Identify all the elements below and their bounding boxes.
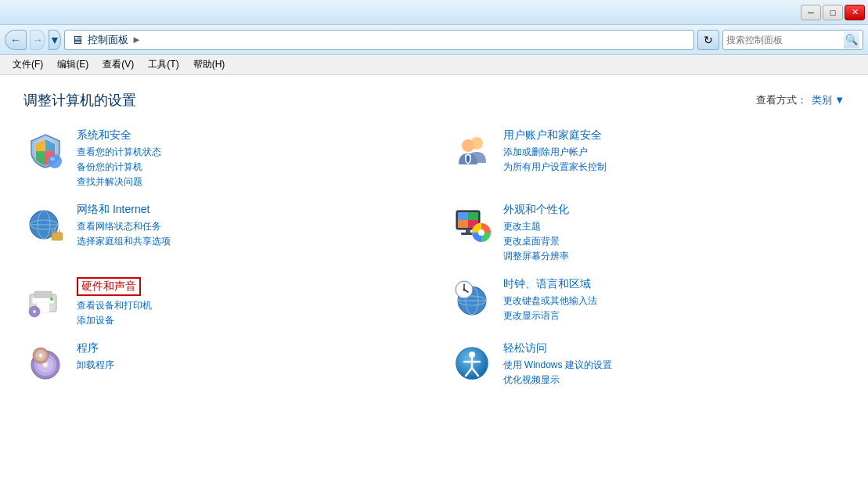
- appearance-link-2[interactable]: 更改桌面背景: [503, 235, 845, 248]
- close-button[interactable]: ✕: [845, 5, 865, 20]
- hardware-link-1[interactable]: 查看设备和打印机: [77, 299, 419, 312]
- page-title: 调整计算机的设置: [23, 91, 136, 110]
- svg-rect-16: [468, 212, 478, 220]
- system-link-3[interactable]: 查找并解决问题: [77, 175, 419, 189]
- svg-point-45: [44, 363, 47, 366]
- network-internet-icon: [23, 203, 67, 247]
- path-arrow: ►: [131, 34, 142, 45]
- network-internet-text: 网络和 Internet 查看网络状态和任务 选择家庭组和共享选项: [77, 203, 419, 250]
- accessibility-title[interactable]: 轻松访问: [503, 341, 845, 355]
- accessibility-link-1[interactable]: 使用 Windows 建议的设置: [503, 359, 845, 372]
- svg-point-49: [40, 355, 42, 357]
- clock-link-2[interactable]: 更改显示语言: [503, 309, 845, 323]
- svg-rect-8: [52, 233, 63, 240]
- network-link-2[interactable]: 选择家庭组和共享选项: [77, 235, 419, 248]
- window-controls: ─ □ ✕: [801, 5, 865, 20]
- hardware-sound-title[interactable]: 硬件和声音: [77, 277, 141, 296]
- svg-rect-25: [34, 291, 52, 298]
- hardware-sound-icon: [23, 277, 67, 321]
- accessibility-icon: [450, 341, 494, 385]
- view-mode-dropdown[interactable]: 类别 ▼: [812, 93, 845, 107]
- menu-file[interactable]: 文件(F): [6, 56, 49, 73]
- menu-edit[interactable]: 编辑(E): [51, 56, 95, 73]
- accessibility-text: 轻松访问 使用 Windows 建议的设置 优化视频显示: [503, 341, 845, 388]
- category-user-accounts[interactable]: 用户账户和家庭安全 添加或删除用户帐户 为所有用户设置家长控制: [450, 128, 845, 190]
- svg-point-31: [34, 311, 35, 312]
- maximize-button[interactable]: □: [823, 5, 843, 20]
- clock-language-text: 时钟、语言和区域 更改键盘或其他输入法 更改显示语言: [503, 277, 845, 324]
- address-bar: ← → ▼ 🖥 控制面板 ► ↻ 🔍: [0, 25, 868, 55]
- user-accounts-title[interactable]: 用户账户和家庭安全: [503, 128, 845, 142]
- svg-point-3: [462, 139, 474, 152]
- category-appearance[interactable]: 外观和个性化 更改主题 更改桌面背景 调整屏幕分辨率: [450, 203, 845, 265]
- accessibility-link-2[interactable]: 优化视频显示: [503, 373, 845, 387]
- system-link-1[interactable]: 查看您的计算机状态: [77, 146, 419, 159]
- category-system-security[interactable]: 系统和安全 查看您的计算机状态 备份您的计算机 查找并解决问题: [23, 128, 419, 190]
- forward-button[interactable]: →: [30, 30, 45, 50]
- path-monitor-icon: 🖥: [71, 33, 83, 46]
- user-link-1[interactable]: 添加或删除用户帐户: [503, 146, 845, 159]
- user-accounts-text: 用户账户和家庭安全 添加或删除用户帐户 为所有用户设置家长控制: [503, 128, 845, 175]
- user-link-2[interactable]: 为所有用户设置家长控制: [503, 161, 845, 174]
- category-clock-language[interactable]: 时钟、语言和区域 更改键盘或其他输入法 更改显示语言: [450, 277, 845, 329]
- appearance-link-1[interactable]: 更改主题: [503, 220, 845, 233]
- svg-point-0: [48, 154, 62, 168]
- category-programs[interactable]: 程序 卸载程序: [23, 341, 419, 388]
- hardware-link-2[interactable]: 添加设备: [77, 314, 419, 327]
- svg-rect-15: [458, 212, 468, 220]
- main-content: 调整计算机的设置 查看方式： 类别 ▼: [0, 75, 868, 487]
- programs-link-1[interactable]: 卸载程序: [77, 359, 419, 372]
- nav-dropdown-button[interactable]: ▼: [49, 30, 61, 50]
- menu-tools[interactable]: 工具(T): [142, 56, 185, 73]
- category-accessibility[interactable]: 轻松访问 使用 Windows 建议的设置 优化视频显示: [450, 341, 845, 388]
- search-input[interactable]: [726, 34, 844, 45]
- clock-link-1[interactable]: 更改键盘或其他输入法: [503, 294, 845, 308]
- appearance-icon: [450, 203, 494, 247]
- category-network-internet[interactable]: 网络和 Internet 查看网络状态和任务 选择家庭组和共享选项: [23, 203, 419, 265]
- address-path[interactable]: 🖥 控制面板 ►: [64, 30, 694, 50]
- programs-title[interactable]: 程序: [77, 341, 419, 355]
- clock-language-title[interactable]: 时钟、语言和区域: [503, 277, 845, 291]
- menu-help[interactable]: 帮助(H): [187, 56, 232, 73]
- system-link-2[interactable]: 备份您的计算机: [77, 161, 419, 174]
- path-text: 控制面板: [88, 33, 128, 47]
- menu-view[interactable]: 查看(V): [96, 56, 140, 73]
- network-link-1[interactable]: 查看网络状态和任务: [77, 220, 419, 233]
- user-accounts-icon: [450, 128, 494, 172]
- title-bar: ─ □ ✕: [0, 0, 868, 25]
- system-security-text: 系统和安全 查看您的计算机状态 备份您的计算机 查找并解决问题: [77, 128, 419, 190]
- svg-point-22: [478, 229, 484, 236]
- search-submit-button[interactable]: 🔍: [844, 31, 859, 49]
- svg-point-28: [50, 298, 53, 301]
- programs-text: 程序 卸载程序: [77, 341, 419, 373]
- appearance-text: 外观和个性化 更改主题 更改桌面背景 调整屏幕分辨率: [503, 203, 845, 265]
- menu-bar: 文件(F) 编辑(E) 查看(V) 工具(T) 帮助(H): [0, 55, 868, 75]
- search-box: 🔍: [722, 30, 863, 50]
- view-mode-label: 查看方式：: [756, 93, 807, 107]
- refresh-button[interactable]: ↻: [697, 30, 719, 50]
- programs-icon: [23, 341, 67, 385]
- hardware-sound-text: 硬件和声音 查看设备和打印机 添加设备: [77, 277, 419, 329]
- svg-point-40: [463, 289, 465, 291]
- category-hardware-sound[interactable]: 硬件和声音 查看设备和打印机 添加设备: [23, 277, 419, 329]
- svg-rect-17: [458, 220, 468, 228]
- svg-point-1: [50, 157, 55, 161]
- view-mode-selector: 查看方式： 类别 ▼: [756, 93, 845, 107]
- appearance-title[interactable]: 外观和个性化: [503, 203, 845, 217]
- clock-language-icon: [450, 277, 494, 321]
- network-internet-title[interactable]: 网络和 Internet: [77, 203, 419, 217]
- appearance-link-3[interactable]: 调整屏幕分辨率: [503, 250, 845, 263]
- minimize-button[interactable]: ─: [801, 5, 821, 20]
- page-header: 调整计算机的设置 查看方式： 类别 ▼: [23, 91, 845, 110]
- control-panel-grid: 系统和安全 查看您的计算机状态 备份您的计算机 查找并解决问题: [23, 128, 845, 388]
- system-security-icon: [23, 128, 67, 172]
- back-button[interactable]: ←: [5, 30, 27, 50]
- system-security-title[interactable]: 系统和安全: [77, 128, 419, 142]
